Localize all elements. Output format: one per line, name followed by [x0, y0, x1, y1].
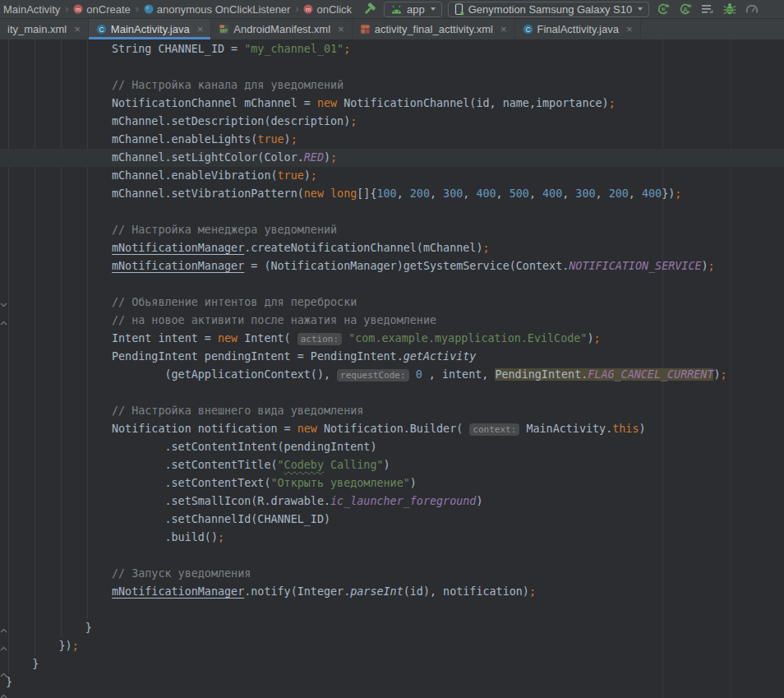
code-token: ; — [675, 187, 681, 200]
code-line[interactable]: mNotificationManager = (NotificationMana… — [0, 257, 784, 275]
code-token: ; — [311, 169, 317, 182]
profiler-icon[interactable] — [744, 1, 760, 17]
anonymous-class-icon — [144, 4, 154, 14]
code-token: FLAG_CANCEL_CURRENT — [588, 368, 713, 381]
tab-mainactivity-java[interactable]: CMainActivity.java× — [89, 19, 211, 39]
code-line[interactable] — [0, 58, 784, 76]
device-selector[interactable]: Genymotion Samsung Galaxy S10 — [448, 2, 649, 17]
code-line[interactable]: mChannel.setVibrationPattern(new long[]{… — [0, 185, 784, 203]
run-configuration-label: app — [407, 3, 425, 16]
tab-ity-main-xml[interactable]: ity_main.xml× — [0, 19, 89, 39]
code-token: ; — [529, 585, 536, 598]
code-token: .build() — [6, 531, 218, 543]
code-line[interactable]: // на новое активити после нажатия на ув… — [0, 312, 784, 330]
breadcrumb-item[interactable]: monClick — [302, 3, 353, 16]
breadcrumb: MainActivity›monCreate›anonymous OnClick… — [0, 0, 353, 18]
tab-close-icon[interactable]: × — [338, 24, 344, 35]
svg-text:C: C — [525, 25, 530, 34]
tab-androidmanifest-xml[interactable]: MFAndroidManifest.xml× — [211, 19, 352, 39]
code-line-current[interactable]: mChannel.setLightColor(Color.RED); — [0, 149, 784, 167]
code-token: 300 — [443, 187, 463, 200]
code-line[interactable]: } — [0, 655, 784, 673]
code-line[interactable] — [0, 547, 784, 565]
code-token: this — [612, 423, 639, 435]
code-token: new — [297, 423, 317, 435]
code-line[interactable]: String CHANNEL_ID = "my_channel_01"; — [0, 40, 784, 58]
tab-finalacttivity-java[interactable]: CFinalActtivity.java× — [515, 19, 641, 39]
code-line[interactable]: NotificationChannel mChannel = new Notif… — [0, 95, 784, 113]
code-line[interactable] — [0, 384, 784, 402]
code-line[interactable]: .setContentIntent(pendingIntent) — [0, 438, 784, 456]
breadcrumb-item[interactable]: monCreate — [71, 3, 131, 16]
code-editor[interactable]: String CHANNEL_ID = "my_channel_01"; // … — [0, 39, 784, 698]
code-line[interactable]: mChannel.enableLights(true); — [0, 131, 784, 149]
code-token: NotificationChannel mChannel = — [6, 97, 317, 109]
tab-close-icon[interactable]: × — [74, 24, 81, 35]
code-token: } — [6, 676, 12, 688]
code-token: ; — [721, 368, 727, 381]
code-line[interactable]: .setSmallIcon(R.drawable.ic_launcher_for… — [0, 492, 784, 511]
code-token: new — [317, 97, 337, 109]
build-hammer-icon[interactable] — [362, 1, 378, 17]
phone-icon — [454, 3, 464, 16]
code-token: ; — [72, 640, 79, 652]
code-token: (id), notification) — [404, 585, 529, 598]
code-line[interactable] — [0, 275, 784, 294]
code-line[interactable]: .setContentText("Открыть уведомление") — [0, 474, 784, 492]
code-token: // на новое активити после нажатия на ув… — [6, 314, 436, 326]
code-line[interactable]: mChannel.setDescription(description); — [0, 113, 784, 131]
code-token: getActivity — [404, 350, 477, 363]
code-token: ; — [482, 242, 489, 254]
breadcrumb-item[interactable]: anonymous OnClickListener — [142, 3, 293, 16]
chevron-down-icon — [638, 7, 643, 11]
code-token: PendingIntent. — [495, 368, 588, 381]
code-token: , — [596, 187, 609, 200]
tab-close-icon[interactable]: × — [197, 24, 204, 35]
code-token: String CHANNEL_ID = — [6, 43, 244, 55]
code-line[interactable]: mNotificationManager.notify(Integer.pars… — [0, 583, 784, 601]
code-token: } — [6, 658, 39, 670]
code-line[interactable] — [0, 601, 784, 619]
tab-label: AndroidManifest.xml — [233, 23, 330, 35]
code-line[interactable]: mChannel.enableVibration(true); — [0, 167, 784, 185]
breadcrumb-separator: › — [295, 3, 298, 15]
code-token: ; — [593, 332, 600, 344]
code-line[interactable]: .setChannelId(CHANNEL_ID) — [0, 511, 784, 529]
code-token: (getApplicationContext(), — [6, 368, 337, 381]
breadcrumb-item[interactable]: MainActivity — [2, 3, 62, 16]
apply-changes-restart-icon[interactable] — [655, 1, 671, 17]
code-token: new — [218, 332, 238, 344]
breadcrumb-label: onCreate — [86, 3, 130, 16]
code-line[interactable]: // Настройка внешнего вида уведомления — [0, 402, 784, 420]
apply-code-changes-icon[interactable]: A — [677, 1, 694, 17]
code-line[interactable]: .build(); — [0, 529, 784, 547]
code-line[interactable]: .setContentTitle("Codeby Calling") — [0, 456, 784, 474]
code-token: .setContentIntent(pendingIntent) — [6, 441, 376, 453]
method-icon: m — [73, 4, 83, 14]
code-line[interactable]: mNotificationManager.createNotificationC… — [0, 239, 784, 257]
code-line[interactable]: } — [0, 673, 784, 691]
code-line[interactable]: }); — [0, 637, 784, 655]
code-line[interactable]: Notification notification = new Notifica… — [0, 420, 784, 438]
list-icon[interactable] — [699, 1, 716, 17]
code-token: , — [529, 187, 542, 200]
code-line[interactable]: // Настройка канала для уведомлений — [0, 76, 784, 95]
code-line[interactable]: } — [0, 619, 784, 637]
manifest-icon: MF — [219, 24, 229, 35]
code-line[interactable]: Intent intent = new Intent( action: "com… — [0, 330, 784, 348]
code-token — [6, 242, 112, 254]
code-token: 400 — [642, 187, 662, 200]
debug-bug-icon[interactable] — [722, 1, 738, 17]
code-line[interactable] — [0, 203, 784, 221]
code-line[interactable]: (getApplicationContext(), requestCode: 0… — [0, 366, 784, 384]
tab-activity-final-acttivity-xml[interactable]: activity_final_acttivity.xml× — [353, 19, 515, 39]
code-line[interactable]: // Обьявление интентов для переброски — [0, 294, 784, 312]
tab-close-icon[interactable]: × — [626, 24, 633, 35]
code-line[interactable]: PendingIntent pendingIntent = PendingInt… — [0, 348, 784, 366]
tab-close-icon[interactable]: × — [500, 24, 507, 35]
code-line[interactable]: // Настройка менеджера уведомлений — [0, 221, 784, 239]
run-configuration-selector[interactable]: app — [384, 2, 442, 17]
code-area[interactable]: String CHANNEL_ID = "my_channel_01"; // … — [0, 40, 784, 691]
code-line[interactable]: // Запуск уведомления — [0, 565, 784, 583]
code-token: , — [496, 187, 510, 200]
